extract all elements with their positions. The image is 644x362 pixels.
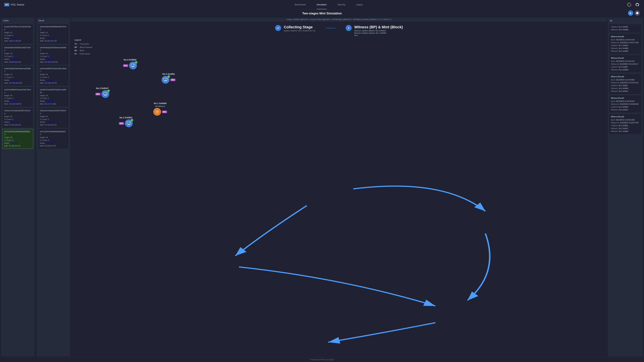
node-link-w2[interactable]: W2 — [51, 142, 53, 144]
node-link-w2[interactable]: W2 — [15, 121, 18, 123]
card-addr: Addr: 62.156.39.178 — [40, 144, 67, 147]
card-height: Height: 45 — [4, 136, 31, 139]
node-link-c[interactable]: C — [46, 100, 47, 102]
card-nodes: Nodes: C W1 W2 — [40, 142, 67, 145]
node-no5: No.5 0xdf9d ✓ Bk1 — [162, 73, 176, 84]
logo-text: POC Testnet — [11, 3, 24, 6]
card-txcount: Tx Count: 3 — [40, 97, 67, 100]
node-link-w1[interactable]: W1 — [48, 79, 50, 81]
node-link-w2[interactable]: W2 — [51, 37, 53, 39]
card-txcount: Tx Count: 3 — [4, 76, 31, 79]
node-link-w1[interactable]: W1 — [12, 79, 15, 81]
bp-cards-container: Collector: No.1 0x94b6 Witness1: No.4 0x… — [608, 24, 643, 134]
card-addr: Addr: 40.230.224.134 — [4, 61, 31, 63]
stop-button[interactable] — [634, 10, 640, 16]
card-addr: Addr: 26.117.71.186 — [40, 103, 67, 105]
card-nodes: Nodes: C W1 W2 — [40, 100, 67, 103]
card-height: Height: 42 — [4, 52, 31, 55]
play-button[interactable]: ▶ — [628, 10, 633, 16]
bp-card-1: Witness Round2Bp At: 2022/09/23 14:45:44… — [609, 34, 642, 54]
card-nodes: Nodes: C W1 W2 — [4, 100, 31, 103]
card-height: Height: 44 — [4, 94, 31, 97]
footer: Powered by IPFS and Libp2p — [0, 357, 644, 362]
node-link-w1[interactable]: W1 — [12, 58, 15, 60]
card-3: 0xd53196d5f84276bee9150fc766c6c... Heigh… — [2, 87, 33, 107]
node-link-w1[interactable]: W1 — [12, 142, 15, 144]
node-link-w2[interactable]: W2 — [15, 100, 18, 102]
title-controls: ▶ — [628, 10, 640, 16]
node-link-w1[interactable]: W1 — [12, 37, 15, 39]
node-link-w2[interactable]: W2 — [15, 142, 18, 144]
node-link-c[interactable]: C — [10, 37, 12, 39]
node-link-w2[interactable]: W2 — [51, 58, 53, 60]
node-link-w2[interactable]: W2 — [51, 79, 53, 81]
nav-simulation[interactable]: Simulation — [311, 0, 332, 9]
node-link-c[interactable]: C — [46, 58, 47, 60]
node-link-w2[interactable]: W2 — [51, 121, 53, 123]
page-title-bar: Two-stages Mint Simulation ▶ — [0, 9, 644, 16]
svg-rect-17 — [127, 122, 131, 124]
node-link-w1[interactable]: W1 — [48, 100, 50, 102]
card-hash: 0xd53196d5f84276bee9150fc766c6c... — [40, 67, 67, 73]
card-nodes: Nodes: C W1 W2 — [4, 121, 31, 123]
node-link-c[interactable]: C — [10, 100, 12, 102]
node-link-w1[interactable]: W1 — [48, 121, 50, 123]
node-link-w1[interactable]: W1 — [48, 142, 50, 144]
card-addr: Addr: 87.120.143.131 — [4, 123, 31, 126]
card-addr: Addr: 114.164.144.35 — [40, 82, 67, 84]
card-hash: 0xfbd3e08d41f939955be865379c9f2... — [4, 46, 31, 52]
card-hash: 0x353ccb7e91d6ce81608741f32c8a... — [4, 109, 31, 115]
node-link-w2[interactable]: W2 — [15, 58, 18, 60]
node-link-w1[interactable]: W1 — [48, 58, 50, 60]
block-cards-container: 0xfbd3e08d41f939955be865379c9f2... Heigh… — [36, 24, 70, 149]
chain-cards-container: 0xua8124d5759ac74e1526c5bc30b2... Height… — [1, 24, 34, 149]
node-link-c[interactable]: C — [10, 121, 12, 123]
main-content: chain 0xua8124d5759ac74e1526c5bc30b2... … — [0, 16, 644, 357]
node-link-c[interactable]: C — [10, 79, 12, 81]
card-nodes: Nodes: C W1 W2 — [40, 58, 67, 61]
node-link-c[interactable]: C — [10, 142, 12, 144]
card-nodes: Nodes: C W1 W2 — [40, 79, 67, 82]
nav-security[interactable]: Security — [332, 0, 351, 9]
logo-w3: W3 — [4, 3, 10, 6]
card-hash: 0x072e25675de9846bff1d8595b812... — [4, 130, 31, 136]
svg-point-1 — [629, 4, 630, 5]
node-no4: No.4 0x696d Bk1 ✓ — [123, 58, 137, 69]
bp-card-3: Witness Round2Bp At: 2022/09/23 15:16:48… — [609, 74, 642, 94]
node-no3: No.3 0x60e7 Bk1 ✓ — [96, 87, 109, 98]
main-nav: Benchmark Simulation Security Libp2p — [31, 0, 626, 9]
node-link-w2[interactable]: W2 — [15, 37, 18, 39]
card-txcount: Tx Count: 3 — [40, 34, 67, 37]
node-link-c[interactable]: C — [46, 142, 47, 144]
card-addr: Addr: 227.225.234.246 — [40, 61, 67, 63]
nav-libp2p[interactable]: Libp2p — [351, 0, 368, 9]
node-link-w2[interactable]: W2 — [51, 100, 53, 102]
node-link-w2[interactable]: W2 — [15, 79, 18, 81]
node-link-w1[interactable]: W1 — [48, 37, 50, 39]
card-nodes: Nodes: C W1 W2 — [4, 58, 31, 61]
simulation-panel: Config: { NODES_AMOUNT: 5, COLLECTORS_AM… — [71, 17, 607, 356]
svg-rect-12 — [104, 92, 107, 95]
node-link-c[interactable]: C — [46, 121, 47, 123]
node-link-w1[interactable]: W1 — [12, 121, 15, 123]
card-height: Height: 41 — [4, 31, 31, 34]
card-4: 0x353ccb7e91d6ce81608741f32c8a... Height… — [2, 108, 33, 128]
nav-benchmark[interactable]: Benchmark — [290, 0, 311, 9]
card-height: Height: 42 — [40, 31, 67, 34]
node-link-w1[interactable]: W1 — [12, 100, 15, 102]
chain-panel-title: chain — [1, 17, 34, 23]
card-hash: 0x0a9d761a8e8d9078ddd1f11a658a3... — [40, 88, 67, 94]
node-link-c[interactable]: C — [46, 37, 47, 39]
card-5: 0x072e25675de9846bff1d8595b812... Height… — [38, 129, 69, 149]
card-5: 0x072e25675de9846bff1d8595b812... Height… — [2, 129, 33, 149]
card-txcount: Tx Count: 3 — [4, 118, 31, 121]
color-wheel-icon[interactable] — [626, 2, 632, 7]
github-icon[interactable] — [634, 2, 640, 7]
svg-point-16 — [157, 111, 158, 112]
node-link-c[interactable]: C — [10, 58, 12, 60]
sim-arrows — [71, 22, 607, 356]
card-txcount: Tx Count: 3 — [4, 34, 31, 37]
card-txcount: Tx Count: 3 — [4, 55, 31, 58]
card-addr: Addr: 40.230.224.134 — [40, 39, 67, 42]
node-link-c[interactable]: C — [46, 79, 47, 81]
